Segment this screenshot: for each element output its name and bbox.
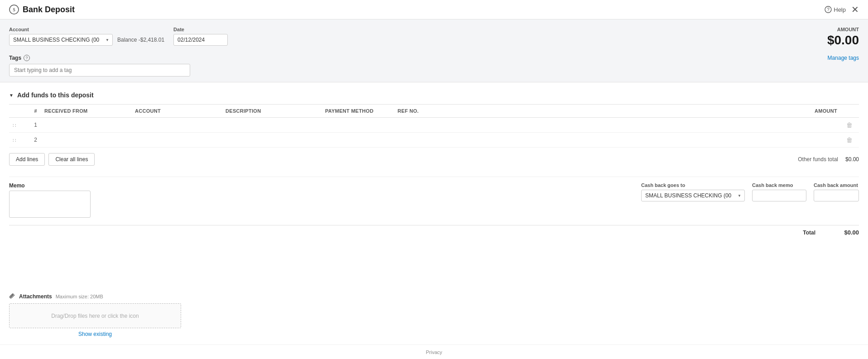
tags-area: Tags ? Manage tags: [0, 51, 868, 82]
tags-input[interactable]: [9, 64, 190, 77]
coin-icon: $: [9, 5, 19, 14]
deposit-table: # RECEIVED FROM ACCOUNT DESCRIPTION PAYM…: [9, 104, 859, 148]
tags-help-icon[interactable]: ?: [24, 55, 30, 61]
date-input[interactable]: [173, 34, 228, 46]
funds-total: Other funds total $0.00: [798, 156, 859, 163]
account-select[interactable]: SMALL BUSINESS CHECKING (00: [9, 34, 113, 46]
funds-total-label: Other funds total: [798, 156, 838, 163]
amount-display: AMOUNT $0.00: [827, 27, 859, 48]
help-link[interactable]: ? Help: [825, 6, 846, 13]
desc-cell-1[interactable]: [222, 118, 321, 133]
total-value: $0.00: [823, 229, 859, 236]
desc-cell-2[interactable]: [222, 133, 321, 148]
col-account-header: ACCOUNT: [131, 105, 222, 118]
date-field-group: Date: [173, 27, 228, 46]
show-existing-link[interactable]: Show existing: [9, 331, 181, 337]
amount-label: AMOUNT: [827, 27, 859, 32]
balance-display: Balance -$2,418.01: [117, 37, 164, 43]
payment-cell-2[interactable]: [321, 133, 394, 148]
drop-zone-text: Drag/Drop files here or click the icon: [51, 313, 139, 319]
total-label: Total: [803, 230, 815, 236]
col-del-header: [841, 105, 859, 118]
attachments-label: Attachments: [19, 293, 52, 300]
clear-all-lines-button[interactable]: Clear all lines: [48, 153, 95, 166]
table-row: ∷ 2 🗑: [9, 133, 859, 148]
received-cell-1[interactable]: [41, 118, 131, 133]
drop-zone[interactable]: Drag/Drop files here or click the icon: [9, 303, 181, 328]
cashback-goes-to-group: Cash back goes to SMALL BUSINESS CHECKIN…: [641, 182, 745, 201]
footer: Privacy: [0, 345, 868, 359]
delete-row-1[interactable]: 🗑: [844, 120, 854, 129]
received-cell-2[interactable]: [41, 133, 131, 148]
svg-text:?: ?: [827, 7, 830, 12]
header-left: $ Bank Deposit: [9, 5, 75, 14]
help-circle-icon: ?: [825, 6, 832, 13]
account-cell-2[interactable]: [131, 133, 222, 148]
del-cell-2: 🗑: [841, 133, 859, 148]
col-amount-header: AMOUNT: [457, 105, 841, 118]
cashback-goes-to-label: Cash back goes to: [641, 182, 745, 188]
header-right: ? Help ✕: [825, 5, 859, 14]
table-body: ∷ 1 🗑 ∷ 2: [9, 118, 859, 148]
section-title: Add funds to this deposit: [17, 91, 94, 99]
main-content: ▼ Add funds to this deposit # RECEIVED F…: [0, 82, 868, 288]
amount-cell-1[interactable]: [457, 118, 841, 133]
cashback-memo-input[interactable]: [752, 190, 806, 201]
form-fields: Account SMALL BUSINESS CHECKING (00 Bala…: [9, 27, 228, 46]
row-num-1: 1: [23, 118, 41, 133]
balance-label: Balance: [117, 37, 137, 43]
account-field-group: Account SMALL BUSINESS CHECKING (00 Bala…: [9, 27, 164, 46]
col-num-header: #: [23, 105, 41, 118]
paperclip-icon: [9, 293, 15, 300]
memo-label: Memo: [9, 182, 91, 189]
delete-row-2[interactable]: 🗑: [844, 135, 854, 144]
drag-cell-2: ∷: [9, 133, 23, 148]
cashback-amount-input[interactable]: [814, 190, 859, 201]
cashback-memo-label: Cash back memo: [752, 182, 806, 188]
page-title: Bank Deposit: [23, 5, 75, 14]
add-lines-button[interactable]: Add lines: [9, 153, 45, 166]
tags-header: Tags ? Manage tags: [9, 55, 859, 61]
max-size-text: Maximum size: 20MB: [56, 294, 103, 299]
ref-cell-1[interactable]: [394, 118, 457, 133]
attachments-area: Attachments Maximum size: 20MB Drag/Drop…: [0, 288, 868, 345]
cashback-amount-label: Cash back amount: [814, 182, 859, 188]
amount-cell-2[interactable]: [457, 133, 841, 148]
manage-tags-link[interactable]: Manage tags: [828, 55, 859, 61]
attachments-header: Attachments Maximum size: 20MB: [9, 293, 859, 300]
cashback-amount-group: Cash back amount: [814, 182, 859, 201]
cashback-area: Cash back goes to SMALL BUSINESS CHECKIN…: [641, 182, 859, 201]
account-label: Account: [9, 27, 164, 32]
close-button[interactable]: ✕: [851, 5, 859, 14]
cashback-select[interactable]: SMALL BUSINESS CHECKING (00: [641, 190, 745, 201]
del-cell-1: 🗑: [841, 118, 859, 133]
memo-input[interactable]: [9, 191, 91, 218]
svg-text:$: $: [13, 7, 15, 12]
header-bar: $ Bank Deposit ? Help ✕: [0, 0, 868, 19]
col-payment-header: PAYMENT METHOD: [321, 105, 394, 118]
row-num-2: 2: [23, 133, 41, 148]
top-form: Account SMALL BUSINESS CHECKING (00 Bala…: [0, 19, 868, 51]
bottom-area: Memo Cash back goes to SMALL BUSINESS CH…: [9, 177, 859, 225]
col-ref-header: REF NO.: [394, 105, 457, 118]
col-received-header: RECEIVED FROM: [41, 105, 131, 118]
drag-handle-1[interactable]: ∷: [13, 122, 16, 129]
account-select-wrapper: SMALL BUSINESS CHECKING (00: [9, 34, 113, 46]
section-header: ▼ Add funds to this deposit: [9, 91, 859, 99]
amount-value: $0.00: [827, 33, 859, 47]
cashback-select-wrapper: SMALL BUSINESS CHECKING (00: [641, 190, 745, 201]
cashback-memo-group: Cash back memo: [752, 182, 806, 201]
payment-cell-1[interactable]: [321, 118, 394, 133]
footer-privacy: Privacy: [426, 349, 442, 355]
memo-group: Memo: [9, 182, 91, 218]
drag-handle-2[interactable]: ∷: [13, 137, 16, 144]
col-desc-header: DESCRIPTION: [222, 105, 321, 118]
tags-label: Tags: [9, 55, 21, 61]
collapse-icon[interactable]: ▼: [9, 93, 14, 98]
ref-cell-2[interactable]: [394, 133, 457, 148]
table-head: # RECEIVED FROM ACCOUNT DESCRIPTION PAYM…: [9, 105, 859, 118]
account-cell-1[interactable]: [131, 118, 222, 133]
table-actions: Add lines Clear all lines Other funds to…: [9, 153, 859, 169]
funds-total-value: $0.00: [845, 156, 859, 163]
help-label: Help: [834, 6, 846, 13]
